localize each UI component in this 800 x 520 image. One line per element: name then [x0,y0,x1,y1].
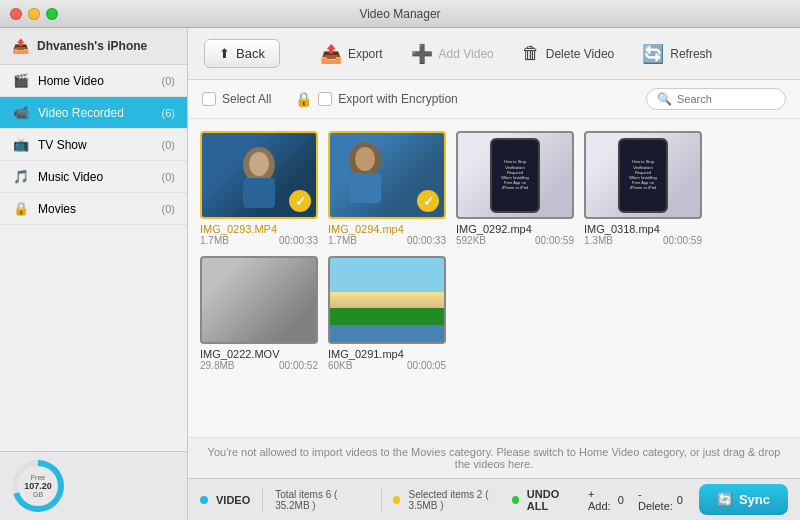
video-meta-3: 1.3MB 00:00:59 [584,235,702,246]
video-size-0: 1.7MB [200,235,229,246]
sidebar-item-tv-show[interactable]: 📺 TV Show (0) [0,129,187,161]
search-box[interactable]: 🔍 [646,88,786,110]
video-item-4[interactable]: IMG_0222.MOV 29.8MB 00:00:52 [200,256,318,371]
content-header: Select All 🔒 Export with Encryption 🔍 [188,80,800,119]
app-body: 📤 Dhvanesh's iPhone 🎬 Home Video (0) 📹 V… [0,28,800,520]
add-delete-section: + Add: 0 - Delete: 0 [588,488,683,512]
sidebar-item-movies[interactable]: 🔒 Movies (0) [0,193,187,225]
add-label: + Add: [588,488,614,512]
total-items-section: Total items 6 ( 35.2MB ) [275,489,368,511]
music-video-count: (0) [162,171,175,183]
video-duration-5: 00:00:05 [407,360,446,371]
add-count: 0 [618,494,624,506]
export-encryption-label: Export with Encryption [338,92,457,106]
selected-check-0: ✓ [289,190,311,212]
video-thumb-img-4 [200,256,318,344]
sidebar-footer: Free 107.20 GB [0,451,187,520]
selected-items-text: Selected items 2 ( 3.5MB ) [408,489,511,511]
home-video-icon: 🎬 [12,73,30,88]
status-divider-1 [262,488,263,512]
video-size-1: 1.7MB [328,235,357,246]
encryption-checkbox[interactable] [318,92,332,106]
storage-inner: Free 107.20 GB [18,466,58,506]
window-title: Video Manager [359,7,440,21]
window-controls[interactable] [10,8,58,20]
add-video-action[interactable]: ➕ Add Video [411,43,494,65]
add-item: + Add: 0 [588,488,624,512]
select-all-checkbox[interactable] [202,92,216,106]
sidebar: 📤 Dhvanesh's iPhone 🎬 Home Video (0) 📹 V… [0,28,188,520]
select-all-label: Select All [222,92,271,106]
delete-video-label: Delete Video [546,47,615,61]
video-meta-1: 1.7MB 00:00:33 [328,235,446,246]
device-header: 📤 Dhvanesh's iPhone [0,28,187,65]
selected-items-section: Selected items 2 ( 3.5MB ) [393,489,511,511]
sidebar-nav: 🎬 Home Video (0) 📹 Video Recorded (6) 📺 … [0,65,187,451]
device-icon: 📤 [12,38,29,54]
svg-point-5 [355,147,375,171]
undo-all-button[interactable]: UNDO ALL [527,488,576,512]
notice-text: You're not allowed to import videos to t… [208,446,781,470]
status-divider-2 [381,488,382,512]
sidebar-item-music-video[interactable]: 🎵 Music Video (0) [0,161,187,193]
storage-free-value: 107.20 [24,481,52,492]
storage-free-label: Free [31,474,45,481]
video-item-0[interactable]: ✓ IMG_0293.MP4 1.7MB 00:00:33 [200,131,318,246]
tv-show-count: (0) [162,139,175,151]
export-encryption-row[interactable]: 🔒 Export with Encryption [295,91,457,107]
back-label: Back [236,46,265,61]
maximize-button[interactable] [46,8,58,20]
title-bar: Video Manager [0,0,800,28]
video-recorded-label: Video Recorded [38,106,154,120]
refresh-label: Refresh [670,47,712,61]
back-icon: ⬆ [219,46,230,61]
sync-button[interactable]: 🔄 Sync [699,484,788,515]
music-video-label: Music Video [38,170,154,184]
sidebar-item-home-video[interactable]: 🎬 Home Video (0) [0,65,187,97]
music-video-icon: 🎵 [12,169,30,184]
back-button[interactable]: ⬆ Back [204,39,280,68]
video-duration-2: 00:00:59 [535,235,574,246]
tv-show-label: TV Show [38,138,154,152]
video-recorded-icon: 📹 [12,105,30,120]
video-dot [200,496,208,504]
total-items-text: Total items 6 ( 35.2MB ) [275,489,368,511]
video-item-3[interactable]: How to StopVerificationRequiredWhen Inst… [584,131,702,246]
device-name: Dhvanesh's iPhone [37,39,147,53]
video-size-4: 29.8MB [200,360,234,371]
video-item-1[interactable]: ✓ IMG_0294.mp4 1.7MB 00:00:33 [328,131,446,246]
movies-label: Movies [38,202,154,216]
video-item-5[interactable]: IMG_0291.mp4 60KB 00:00:05 [328,256,446,371]
toolbar: ⬆ Back 📤 Export ➕ Add Video 🗑 Delete Vid… [188,28,800,80]
status-bar: VIDEO Total items 6 ( 35.2MB ) Selected … [188,478,800,520]
export-action[interactable]: 📤 Export [320,43,383,65]
movies-count: (0) [162,203,175,215]
video-name-3: IMG_0318.mp4 [584,223,702,235]
delete-video-action[interactable]: 🗑 Delete Video [522,43,615,64]
storage-free-unit: GB [33,491,43,498]
delete-label: - Delete: [638,488,673,512]
sidebar-item-video-recorded[interactable]: 📹 Video Recorded (6) [0,97,187,129]
selected-check-1: ✓ [417,190,439,212]
minimize-button[interactable] [28,8,40,20]
svg-rect-1 [243,178,275,208]
content-area: Select All 🔒 Export with Encryption 🔍 [188,80,800,478]
video-name-0: IMG_0293.MP4 [200,223,318,235]
video-grid: ✓ IMG_0293.MP4 1.7MB 00:00:33 [188,119,800,437]
video-item-2[interactable]: How to StopVerificationRequiredWhen Inst… [456,131,574,246]
undo-section: UNDO ALL [512,488,576,512]
refresh-action[interactable]: 🔄 Refresh [642,43,712,65]
close-button[interactable] [10,8,22,20]
select-all-row[interactable]: Select All [202,92,271,106]
delete-video-icon: 🗑 [522,43,540,64]
video-size-5: 60KB [328,360,352,371]
sync-icon: 🔄 [717,492,733,507]
search-icon: 🔍 [657,92,672,106]
video-status-section: VIDEO [200,494,250,506]
video-name-1: IMG_0294.mp4 [328,223,446,235]
lock-icon: 🔒 [295,91,312,107]
search-input[interactable] [677,93,775,105]
video-duration-1: 00:00:33 [407,235,446,246]
storage-info: Free 107.20 GB [12,460,175,512]
home-video-count: (0) [162,75,175,87]
